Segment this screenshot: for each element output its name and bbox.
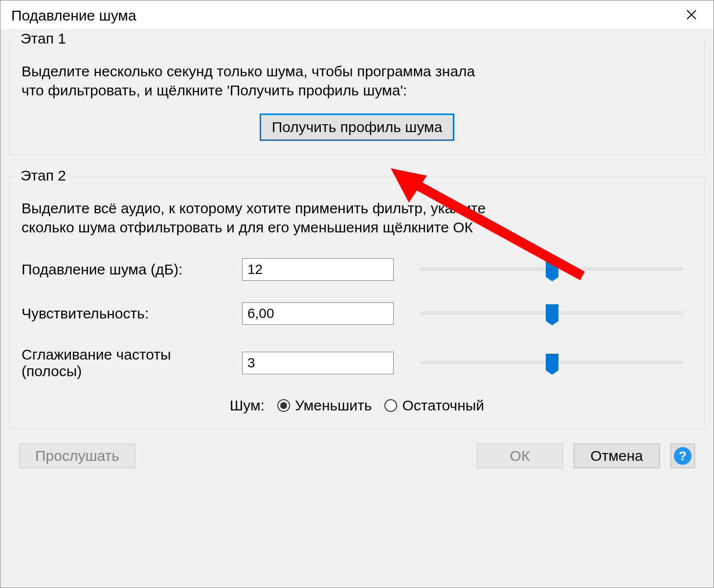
sensitivity-input[interactable] bbox=[242, 302, 394, 325]
button-row: Прослушать ОК Отмена ? bbox=[9, 429, 705, 484]
noise-mode-row: Шум: Уменьшить Остаточный bbox=[22, 397, 692, 414]
titlebar: Подавление шума bbox=[0, 0, 714, 29]
step1-description: Выделите несколько секунд только шума, ч… bbox=[22, 62, 692, 100]
radio-reduce[interactable]: Уменьшить bbox=[277, 397, 372, 414]
noise-reduction-label: Подавление шума (дБ): bbox=[22, 261, 234, 278]
noise-reduction-dialog: Подавление шума Этап 1 Выделите нескольк… bbox=[0, 0, 714, 588]
sensitivity-row: Чувствительность: bbox=[22, 302, 692, 325]
close-icon bbox=[686, 9, 697, 20]
dialog-content: Этап 1 Выделите несколько секунд только … bbox=[0, 29, 714, 588]
help-icon: ? bbox=[674, 447, 692, 465]
smoothing-row: Сглаживание частоты (полосы) bbox=[22, 346, 692, 380]
dialog-title: Подавление шума bbox=[11, 7, 136, 24]
noise-reduction-input[interactable] bbox=[242, 258, 394, 281]
radio-residual[interactable]: Остаточный bbox=[384, 397, 484, 414]
help-button[interactable]: ? bbox=[670, 444, 695, 468]
sensitivity-label: Чувствительность: bbox=[22, 305, 234, 322]
step2-description: Выделите всё аудио, к которому хотите пр… bbox=[22, 199, 692, 237]
smoothing-label: Сглаживание частоты (полосы) bbox=[22, 346, 234, 380]
step2-group: Этап 2 Выделите всё аудио, к которому хо… bbox=[9, 177, 705, 429]
smoothing-slider[interactable] bbox=[421, 356, 683, 370]
get-noise-profile-button[interactable]: Получить профиль шума bbox=[260, 113, 455, 141]
sensitivity-slider[interactable] bbox=[421, 306, 683, 321]
smoothing-input[interactable] bbox=[242, 352, 394, 374]
close-button[interactable] bbox=[680, 8, 703, 23]
radio-icon bbox=[277, 399, 290, 412]
radio-icon bbox=[384, 399, 397, 412]
noise-mode-label: Шум: bbox=[230, 397, 265, 414]
cancel-button[interactable]: Отмена bbox=[574, 444, 660, 468]
noise-reduction-row: Подавление шума (дБ): bbox=[22, 258, 692, 281]
noise-reduction-slider[interactable] bbox=[421, 262, 683, 277]
preview-button[interactable]: Прослушать bbox=[19, 444, 135, 468]
step2-title: Этап 2 bbox=[17, 167, 70, 184]
step1-title: Этап 1 bbox=[17, 30, 70, 47]
ok-button[interactable]: ОК bbox=[477, 444, 563, 468]
step1-group: Этап 1 Выделите несколько секунд только … bbox=[9, 40, 705, 155]
